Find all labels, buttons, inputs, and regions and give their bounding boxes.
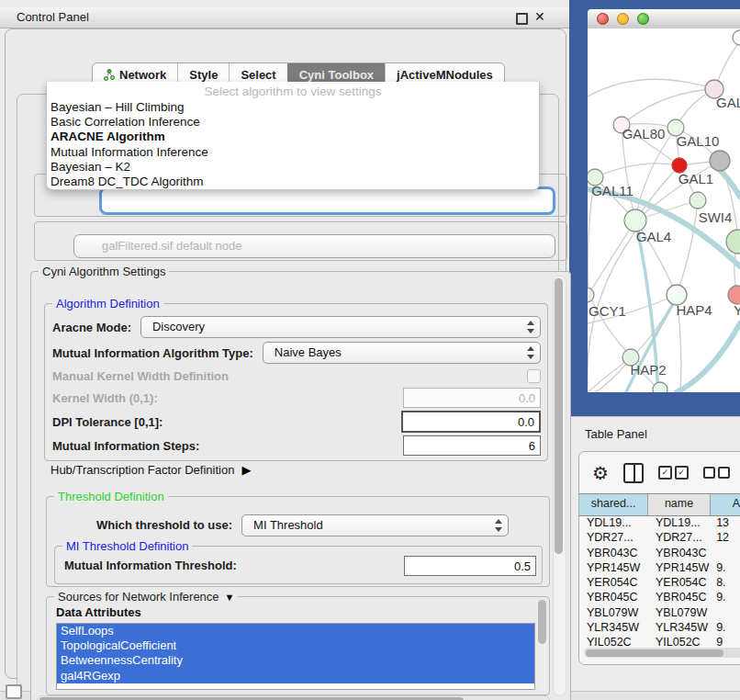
network-node[interactable] <box>690 192 706 209</box>
control-panel-titlebar: Control Panel ✕ <box>0 7 569 28</box>
attribute-item-gal4rgexp[interactable]: gal4RGexp <box>57 669 534 683</box>
minimize-traffic-light-icon[interactable] <box>617 13 629 25</box>
sources-group: Sources for Network Inference ▼ Data Att… <box>46 596 550 695</box>
aracne-mode-select[interactable]: Discovery <box>140 316 541 338</box>
network-node[interactable] <box>653 382 667 392</box>
mi-threshold-field[interactable] <box>404 556 536 576</box>
node-label-gal4: GAL4 <box>636 229 671 244</box>
column-header-name[interactable]: name <box>648 494 711 515</box>
expand-right-icon[interactable]: ▶ <box>241 463 251 477</box>
dropdown-item-aracne-algorithm[interactable]: ARACNE Algorithm <box>47 130 539 144</box>
table-cell: YPR145W <box>648 560 711 575</box>
mi-algorithm-type-value: Naive Bayes <box>275 345 342 359</box>
table-cell: YLR345W <box>648 620 711 635</box>
network-canvas[interactable]: GALGAL80GAL10GAL1GAL11SWI4GAL4GCY1HAP4YH… <box>588 28 740 392</box>
network-edge[interactable] <box>589 220 635 294</box>
table-header-row: shared...nameA <box>579 493 740 516</box>
hub-definition-expander[interactable]: Hub/Transcription Factor Definition ▶ <box>50 463 251 477</box>
sources-title: Sources for Network Inference <box>58 590 219 604</box>
settings-group-title: Cyni Algorithm Settings <box>39 265 169 278</box>
node-label-gcy1: GCY1 <box>589 303 626 319</box>
network-window-titlebar[interactable] <box>588 9 740 29</box>
close-traffic-light-icon[interactable] <box>597 13 609 25</box>
table-row[interactable]: YDL19...YDL19...13 <box>579 515 740 530</box>
network-node[interactable] <box>728 286 740 304</box>
table-source-combobox[interactable]: galFiltered.sif default node <box>73 234 555 258</box>
scrollbar-thumb[interactable] <box>555 278 563 554</box>
dpi-tolerance-field[interactable] <box>401 411 541 433</box>
table-row[interactable]: YBL079WYBL079W <box>579 605 740 620</box>
table-cell: 8. <box>711 575 740 590</box>
attribute-item-betweennesscentrality[interactable]: BetweennessCentrality <box>57 653 534 668</box>
dpi-tolerance-label: DPI Tolerance [0,1]: <box>52 415 163 429</box>
dropdown-item-dream8-dc-tdc-algorithm[interactable]: Dream8 DC_TDC Algorithm <box>47 175 539 189</box>
data-attributes-list[interactable]: SelfLoopsTopologicalCoefficientBetweenne… <box>56 623 535 690</box>
network-edge[interactable] <box>588 79 714 96</box>
kernel-width-field <box>403 388 541 408</box>
close-icon[interactable]: ✕ <box>534 9 545 25</box>
table-cell: YER054C <box>579 575 648 590</box>
zoom-traffic-light-icon[interactable] <box>637 13 649 25</box>
table-cell: 9. <box>711 620 740 635</box>
table-row[interactable]: YER054CYER054C8. <box>579 575 740 590</box>
mi-threshold-group: MI Threshold Definition Mutual Informati… <box>54 546 543 584</box>
table-row[interactable]: YLR345WYLR345W9. <box>579 620 740 635</box>
control-panel: galFiltered.sif default node Cyni Algori… <box>5 28 566 679</box>
network-graph: GALGAL80GAL10GAL1GAL11SWI4GAL4GCY1HAP4YH… <box>588 28 740 392</box>
table-panel-title: Table Panel <box>585 427 647 441</box>
table-source-groupbox: galFiltered.sif default node <box>34 221 567 261</box>
network-edge[interactable] <box>626 304 673 392</box>
settings-horizontal-scrollbar[interactable] <box>37 695 550 700</box>
data-attributes-label: Data Attributes <box>56 605 141 619</box>
network-node[interactable] <box>726 230 740 254</box>
network-edge[interactable] <box>588 189 740 266</box>
table-row[interactable]: YBR043CYBR043C <box>579 546 740 560</box>
dropdown-item-mutual-information-inference[interactable]: Mutual Information Inference <box>47 145 539 160</box>
aracne-mode-value: Discovery <box>152 320 205 333</box>
attribute-item-selfloops[interactable]: SelfLoops <box>57 624 534 638</box>
network-node[interactable] <box>588 288 594 302</box>
columns-icon[interactable] <box>623 463 644 483</box>
mi-algorithm-type-select[interactable]: Naive Bayes <box>263 342 541 364</box>
table-row[interactable]: YDR27...YDR27...12 <box>579 530 740 545</box>
table-cell: YLR345W <box>579 620 648 635</box>
algorithm-combobox-focused[interactable] <box>99 186 555 215</box>
attributes-scrollbar[interactable] <box>537 599 547 692</box>
minimized-panel-icon[interactable] <box>6 684 22 699</box>
collapse-down-icon[interactable]: ▼ <box>225 592 235 603</box>
mi-steps-field[interactable] <box>403 435 541 456</box>
table-rows: YDL19...YDL19...13YDR27...YDR27...12YBR0… <box>579 515 740 650</box>
node-label-gal11: GAL11 <box>591 183 633 198</box>
select-all-icon[interactable]: ✓ ✓ <box>658 466 689 480</box>
attribute-item-topologicalcoefficient[interactable]: TopologicalCoefficient <box>57 638 534 653</box>
network-node[interactable] <box>733 30 740 45</box>
column-header-shared[interactable]: shared... <box>579 494 648 515</box>
control-panel-title: Control Panel <box>17 10 89 24</box>
dropdown-item-bayesian-k2[interactable]: Bayesian – K2 <box>47 160 539 175</box>
dropdown-item-bayesian-hill-climbing[interactable]: Bayesian – Hill Climbing <box>47 100 539 115</box>
network-edge[interactable] <box>622 89 714 125</box>
gear-icon[interactable]: ⚙ <box>592 464 609 482</box>
network-edge[interactable] <box>677 200 698 295</box>
node-label-swi4: SWI4 <box>699 209 733 225</box>
network-edge[interactable] <box>677 323 740 392</box>
float-window-icon[interactable] <box>516 13 528 25</box>
network-node[interactable] <box>710 151 730 171</box>
table-row[interactable]: YBR045CYBR045C9. <box>579 590 740 604</box>
which-threshold-select[interactable]: MI Threshold <box>241 514 509 536</box>
table-row[interactable]: YPR145WYPR145W9. <box>579 560 740 575</box>
manual-kernel-checkbox[interactable] <box>527 369 541 383</box>
scrollbar-thumb[interactable] <box>586 649 723 657</box>
deselect-all-icon[interactable] <box>703 467 730 479</box>
mi-algorithm-type-row: Mutual Information Algorithm Type: Naive… <box>52 342 541 364</box>
table-cell: 9. <box>711 590 740 604</box>
manual-kernel-row: Manual Kernel Width Definition <box>52 369 541 383</box>
tab-label: jActiveMNodules <box>397 68 493 82</box>
tab-label: Cyni Toolbox <box>299 68 374 82</box>
settings-vertical-scrollbar[interactable] <box>553 276 566 696</box>
column-header-a[interactable]: A <box>711 494 740 515</box>
network-edge[interactable] <box>595 164 679 177</box>
dropdown-item-basic-correlation-inference[interactable]: Basic Correlation Inference <box>47 115 539 130</box>
table-horizontal-scrollbar[interactable] <box>584 648 740 658</box>
scrollbar-thumb[interactable] <box>538 600 546 644</box>
